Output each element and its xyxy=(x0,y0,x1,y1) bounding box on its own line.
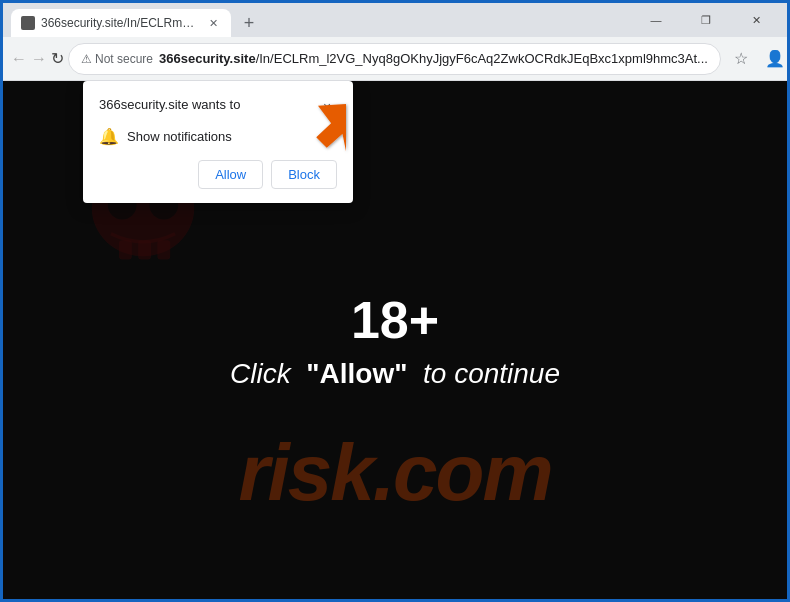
new-tab-button[interactable]: + xyxy=(235,9,263,37)
window-controls: — ❐ ✕ xyxy=(633,3,779,37)
forward-button[interactable]: → xyxy=(31,43,47,75)
not-secure-label: Not secure xyxy=(95,52,153,66)
page-main-content: 18+ Click "Allow" to continue xyxy=(230,290,560,390)
url-domain: 366security.site xyxy=(159,51,256,66)
orange-arrow-icon xyxy=(283,97,353,167)
continue-instruction: Click "Allow" to continue xyxy=(230,358,560,390)
url-path: /In/ECLRm_l2VG_Nyq8gOKhyJjgyF6cAq2ZwkOCR… xyxy=(256,51,708,66)
bell-icon: 🔔 xyxy=(99,127,119,146)
toolbar-actions: ☆ 👤 ⋮ xyxy=(725,43,790,75)
profile-button[interactable]: 👤 xyxy=(759,43,790,75)
address-bar[interactable]: ⚠ Not secure 366security.site/In/ECLRm_l… xyxy=(68,43,721,75)
reload-button[interactable]: ↻ xyxy=(51,43,64,75)
title-bar: 366security.site/In/ECLRm_l2VG... ✕ + — … xyxy=(3,3,787,37)
lock-icon: ⚠ xyxy=(81,52,92,66)
tab-close-button[interactable]: ✕ xyxy=(205,15,221,31)
arrow-indicator xyxy=(283,97,353,171)
minimize-button[interactable]: — xyxy=(633,3,679,37)
page-content: risk.com 18+ Click "Allow" to continue 3… xyxy=(3,81,787,599)
age-label: 18+ xyxy=(230,290,560,350)
active-tab[interactable]: 366security.site/In/ECLRm_l2VG... ✕ xyxy=(11,9,231,37)
allow-button[interactable]: Allow xyxy=(198,160,263,189)
back-button[interactable]: ← xyxy=(11,43,27,75)
allow-emphasis: "Allow" xyxy=(306,358,407,389)
browser-window: 366security.site/In/ECLRm_l2VG... ✕ + — … xyxy=(3,3,787,599)
tab-favicon xyxy=(21,16,35,30)
tab-area: 366security.site/In/ECLRm_l2VG... ✕ + xyxy=(11,3,633,37)
tab-label: 366security.site/In/ECLRm_l2VG... xyxy=(41,16,199,30)
restore-button[interactable]: ❐ xyxy=(683,3,729,37)
svg-rect-5 xyxy=(157,240,170,259)
svg-marker-6 xyxy=(316,104,346,151)
bookmark-button[interactable]: ☆ xyxy=(725,43,757,75)
security-indicator: ⚠ Not secure xyxy=(81,52,153,66)
close-window-button[interactable]: ✕ xyxy=(733,3,779,37)
notification-label: Show notifications xyxy=(127,129,232,144)
toolbar: ← → ↻ ⚠ Not secure 366security.site/In/E… xyxy=(3,37,787,81)
watermark-text: risk.com xyxy=(238,427,551,519)
svg-rect-3 xyxy=(119,240,132,259)
url-display: 366security.site/In/ECLRm_l2VG_Nyq8gOKhy… xyxy=(159,51,708,66)
